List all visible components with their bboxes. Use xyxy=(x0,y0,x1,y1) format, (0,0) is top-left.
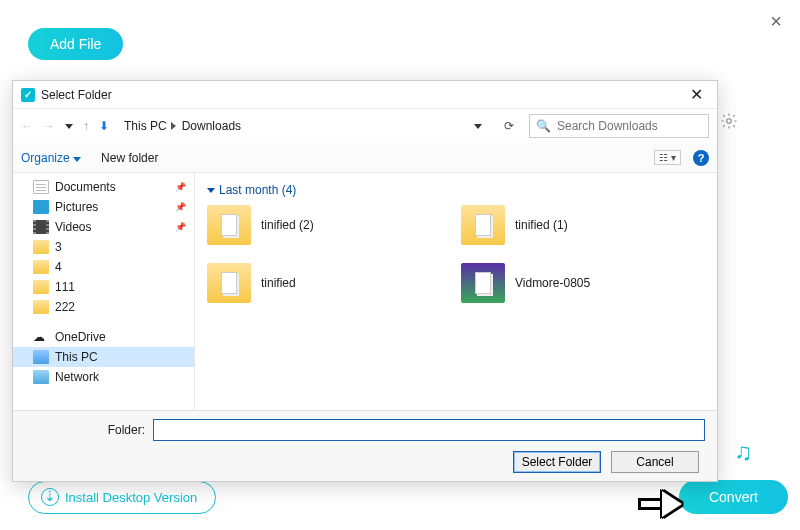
nav-down-icon[interactable]: ⬇ xyxy=(99,119,109,133)
tree-item-label: Pictures xyxy=(55,200,98,214)
app-icon: ✓ xyxy=(21,88,35,102)
tree-item-label: OneDrive xyxy=(55,330,106,344)
dialog-title: Select Folder xyxy=(41,88,684,102)
tree-item[interactable]: 222 xyxy=(13,297,194,317)
folder-item[interactable]: Vidmore-0805 xyxy=(461,263,705,303)
folder-content[interactable]: Last month (4) tinified (2)tinified (1)t… xyxy=(195,173,717,410)
music-icon: ♫ xyxy=(734,438,752,466)
tree-item[interactable]: 111 xyxy=(13,277,194,297)
tree-item-label: Documents xyxy=(55,180,116,194)
folder-thumb-icon xyxy=(461,205,505,245)
folder-item-label: Vidmore-0805 xyxy=(515,276,590,290)
nav-back-icon[interactable]: ← xyxy=(21,119,33,133)
group-header[interactable]: Last month (4) xyxy=(207,183,705,197)
chevron-right-icon xyxy=(171,122,176,130)
cancel-button[interactable]: Cancel xyxy=(611,451,699,473)
tree-item-label: 222 xyxy=(55,300,75,314)
folder-item[interactable]: tinified xyxy=(207,263,451,303)
fld-icon xyxy=(33,300,49,314)
select-folder-dialog: ✓ Select Folder ✕ ← → ↑ ⬇ This PC Downlo… xyxy=(12,80,718,482)
tree-item[interactable]: Pictures📌 xyxy=(13,197,194,217)
refresh-icon[interactable]: ⟳ xyxy=(497,119,521,133)
search-box[interactable]: 🔍 xyxy=(529,114,709,138)
folder-field-label: Folder: xyxy=(25,423,145,437)
breadcrumb[interactable]: This PC Downloads xyxy=(117,114,489,138)
pc-icon xyxy=(33,350,49,364)
tree-item-label: 111 xyxy=(55,280,75,294)
dialog-titlebar: ✓ Select Folder ✕ xyxy=(13,81,717,109)
svg-point-0 xyxy=(727,119,732,124)
folder-thumb-icon xyxy=(461,263,505,303)
tree-item[interactable]: Network xyxy=(13,367,194,387)
folder-item-label: tinified (2) xyxy=(261,218,314,232)
fld-icon xyxy=(33,260,49,274)
view-options-button[interactable]: ☷ ▾ xyxy=(654,150,681,165)
dialog-toolbar: Organize New folder ☷ ▾ ? xyxy=(13,143,717,173)
folder-thumb-icon xyxy=(207,205,251,245)
dialog-footer: Folder: Select Folder Cancel xyxy=(13,410,717,481)
tree-item[interactable]: Videos📌 xyxy=(13,217,194,237)
path-dropdown-icon[interactable] xyxy=(474,124,482,129)
fld-icon xyxy=(33,240,49,254)
breadcrumb-current[interactable]: Downloads xyxy=(182,119,241,133)
folder-name-input[interactable] xyxy=(153,419,705,441)
tree-item-label: This PC xyxy=(55,350,98,364)
tree-item-label: 4 xyxy=(55,260,62,274)
fld-icon xyxy=(33,280,49,294)
folder-item[interactable]: tinified (1) xyxy=(461,205,705,245)
tree-item[interactable]: ☁OneDrive xyxy=(13,327,194,347)
install-desktop-button[interactable]: Install Desktop Version xyxy=(28,481,216,514)
search-input[interactable] xyxy=(557,119,707,133)
tree-item-label: Network xyxy=(55,370,99,384)
pin-icon: 📌 xyxy=(175,182,186,192)
tree-item[interactable]: This PC xyxy=(13,347,194,367)
net-icon xyxy=(33,370,49,384)
folder-item[interactable]: tinified (2) xyxy=(207,205,451,245)
settings-icon[interactable] xyxy=(720,112,738,133)
nav-forward-icon[interactable]: → xyxy=(43,119,55,133)
tree-item-label: Videos xyxy=(55,220,91,234)
dialog-close-icon[interactable]: ✕ xyxy=(684,85,709,104)
doc-icon xyxy=(33,180,49,194)
pin-icon: 📌 xyxy=(175,202,186,212)
nav-history-icon[interactable] xyxy=(65,124,73,129)
breadcrumb-root[interactable]: This PC xyxy=(124,119,167,133)
navigation-tree[interactable]: Documents📌Pictures📌Videos📌34111222☁OneDr… xyxy=(13,173,195,410)
folder-item-label: tinified xyxy=(261,276,296,290)
new-folder-button[interactable]: New folder xyxy=(101,151,158,165)
add-file-button[interactable]: Add File xyxy=(28,28,123,60)
od-icon: ☁ xyxy=(33,330,49,344)
help-icon[interactable]: ? xyxy=(693,150,709,166)
search-icon: 🔍 xyxy=(536,119,551,133)
select-folder-button[interactable]: Select Folder xyxy=(513,451,601,473)
pin-icon: 📌 xyxy=(175,222,186,232)
folder-thumb-icon xyxy=(207,263,251,303)
vid-icon xyxy=(33,220,49,234)
folder-item-label: tinified (1) xyxy=(515,218,568,232)
tree-item[interactable]: 3 xyxy=(13,237,194,257)
pic-icon xyxy=(33,200,49,214)
tree-item[interactable]: Documents📌 xyxy=(13,177,194,197)
organize-menu[interactable]: Organize xyxy=(21,151,81,165)
nav-up-icon[interactable]: ↑ xyxy=(83,119,89,133)
convert-button[interactable]: Convert xyxy=(679,480,788,514)
address-bar: ← → ↑ ⬇ This PC Downloads ⟳ 🔍 xyxy=(13,109,717,143)
tree-item[interactable]: 4 xyxy=(13,257,194,277)
tree-item-label: 3 xyxy=(55,240,62,254)
app-close-icon[interactable]: × xyxy=(770,10,782,33)
annotation-arrow-convert xyxy=(638,489,688,519)
